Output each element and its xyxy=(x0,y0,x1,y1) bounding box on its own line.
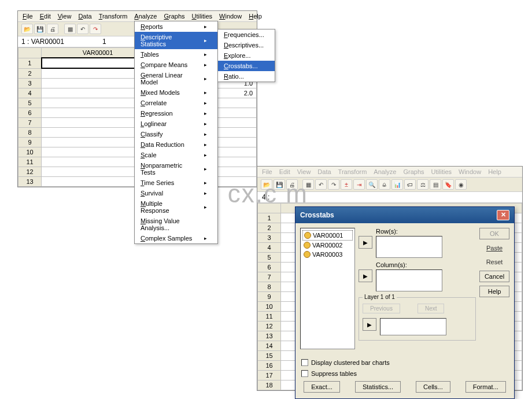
open-icon[interactable]: 📂 xyxy=(21,24,33,34)
undo-icon[interactable]: ↶ xyxy=(77,24,88,34)
weight-icon[interactable]: ⚖ xyxy=(417,179,428,190)
submenu-item[interactable]: Explore... xyxy=(218,50,275,61)
submenu-item[interactable]: Frequencies... xyxy=(218,29,275,40)
menu-item[interactable]: Nonparametric Tests▸ xyxy=(135,160,217,178)
row-header[interactable]: 4 xyxy=(258,243,281,253)
menu-item[interactable]: Scale▸ xyxy=(135,150,217,160)
row-header[interactable]: 2 xyxy=(258,223,281,233)
menu-item[interactable]: Classify▸ xyxy=(135,129,217,139)
format-button[interactable]: Format... xyxy=(466,381,506,393)
select-icon[interactable]: ▤ xyxy=(430,179,441,190)
row-header[interactable]: 1 xyxy=(258,213,281,223)
submenu-item[interactable]: Crosstabs... xyxy=(218,61,275,71)
menu-item[interactable]: Missing Value Analysis... xyxy=(135,216,217,233)
row-header[interactable]: 6 xyxy=(19,108,42,118)
row-header[interactable]: 10 xyxy=(258,302,281,312)
row-header[interactable]: 14 xyxy=(258,341,281,351)
row-header[interactable]: 11 xyxy=(19,157,42,167)
menu-item[interactable]: Complex Samples▸ xyxy=(135,233,217,243)
undo-icon-2[interactable]: ↶ xyxy=(315,179,327,190)
row-header[interactable]: 2 xyxy=(19,68,42,79)
cells-button[interactable]: Cells... xyxy=(416,381,450,393)
row-header[interactable]: 9 xyxy=(258,292,281,302)
menu-item[interactable]: Regression▸ xyxy=(135,108,217,119)
row-header[interactable]: 13 xyxy=(19,177,42,187)
row-header[interactable]: 5 xyxy=(258,253,281,263)
menu-data[interactable]: Data xyxy=(78,13,91,20)
menu-item[interactable]: Reports▸ xyxy=(135,21,217,32)
row-header[interactable]: 5 xyxy=(19,98,42,108)
menu-item[interactable]: Multiple Response▸ xyxy=(135,198,217,216)
rows-listbox[interactable] xyxy=(376,236,442,258)
row-header[interactable]: 12 xyxy=(19,167,42,177)
goto-icon[interactable]: ± xyxy=(341,179,352,190)
ok-button[interactable]: OK xyxy=(479,228,509,239)
layer-listbox[interactable] xyxy=(380,318,446,335)
move-to-rows-button[interactable]: ▶ xyxy=(359,236,372,249)
menu-transform[interactable]: Transform xyxy=(99,13,128,20)
dialog-recall-icon[interactable]: ▦ xyxy=(64,24,76,34)
row-header[interactable]: 1 xyxy=(19,58,42,68)
row-header[interactable]: 15 xyxy=(258,351,281,361)
row-header[interactable]: 13 xyxy=(258,331,281,341)
menu-item[interactable]: Descriptive Statistics▸ xyxy=(135,32,217,49)
row-header[interactable]: 7 xyxy=(19,118,42,128)
find-icon[interactable]: 🔍 xyxy=(366,179,378,190)
menu-item[interactable]: Tables▸ xyxy=(135,49,217,60)
row-header[interactable]: 3 xyxy=(19,79,42,88)
menu-window[interactable]: Window xyxy=(219,13,242,20)
open-icon-2[interactable]: 📂 xyxy=(261,179,272,190)
reset-button[interactable]: Reset xyxy=(479,257,509,267)
menu-edit[interactable]: Edit xyxy=(40,13,51,20)
replace-icon[interactable]: 🕭 xyxy=(379,179,390,190)
menu-item[interactable]: Compare Means▸ xyxy=(135,60,217,70)
print-icon[interactable]: 🖨 xyxy=(47,24,58,34)
help-button[interactable]: Help xyxy=(479,286,509,297)
close-icon[interactable]: ✕ xyxy=(497,210,509,220)
save-icon-2[interactable]: 💾 xyxy=(274,179,285,190)
row-header[interactable]: 17 xyxy=(258,371,281,380)
menu-view[interactable]: View xyxy=(58,13,72,20)
menu-item[interactable]: Mixed Models▸ xyxy=(135,87,217,98)
value-labels-icon[interactable]: 🔖 xyxy=(442,179,454,190)
move-to-layer-button[interactable]: ▶ xyxy=(363,318,376,331)
row-header[interactable]: 3 xyxy=(258,233,281,243)
statistics-button[interactable]: Statistics... xyxy=(355,381,401,393)
display-bar-charts-checkbox[interactable]: Display clustered bar charts xyxy=(301,359,508,366)
move-to-cols-button[interactable]: ▶ xyxy=(359,269,372,282)
cancel-button[interactable]: Cancel xyxy=(479,271,509,282)
row-header[interactable]: 4 xyxy=(19,88,42,98)
menu-file[interactable]: File xyxy=(23,13,33,20)
menu-analyze[interactable]: Analyze xyxy=(134,13,157,20)
dialog-recall-icon-2[interactable]: ▦ xyxy=(302,179,314,190)
row-header[interactable]: 8 xyxy=(19,128,42,138)
variable-list[interactable]: VAR00001 VAR00002 VAR00003 xyxy=(300,228,355,349)
menu-item[interactable]: General Linear Model▸ xyxy=(135,70,217,87)
dialog-titlebar[interactable]: Crosstabs ✕ xyxy=(295,207,514,223)
goto-case-icon[interactable]: ⇥ xyxy=(353,179,365,190)
cols-listbox[interactable] xyxy=(376,269,442,291)
menu-item[interactable]: Data Reduction▸ xyxy=(135,139,217,150)
suppress-tables-checkbox[interactable]: Suppress tables xyxy=(301,370,508,377)
print-icon-2[interactable]: 🖨 xyxy=(286,179,298,190)
chart-icon[interactable]: 📊 xyxy=(391,179,403,190)
row-header[interactable]: 10 xyxy=(19,147,42,157)
menu-item[interactable]: Loglinear▸ xyxy=(135,119,217,129)
row-header[interactable]: 11 xyxy=(258,312,281,322)
row-header[interactable]: 8 xyxy=(258,282,281,292)
submenu-item[interactable]: Descriptives... xyxy=(218,40,275,50)
row-header[interactable]: 7 xyxy=(258,272,281,282)
row-header[interactable]: 16 xyxy=(258,361,281,371)
menu-item[interactable]: Survival▸ xyxy=(135,188,217,198)
submenu-item[interactable]: Ratio... xyxy=(218,71,275,82)
menu-help[interactable]: Help xyxy=(249,13,262,20)
menu-item[interactable]: Time Series▸ xyxy=(135,178,217,188)
redo-icon-2[interactable]: ↷ xyxy=(328,179,339,190)
row-header[interactable]: 18 xyxy=(258,380,281,390)
exact-button[interactable]: Exact... xyxy=(304,381,340,393)
label-icon[interactable]: 🏷 xyxy=(404,179,416,190)
use-sets-icon[interactable]: ◉ xyxy=(455,179,467,190)
row-header[interactable]: 12 xyxy=(258,322,281,331)
redo-icon[interactable]: ↷ xyxy=(90,24,101,34)
menu-item[interactable]: Correlate▸ xyxy=(135,98,217,108)
